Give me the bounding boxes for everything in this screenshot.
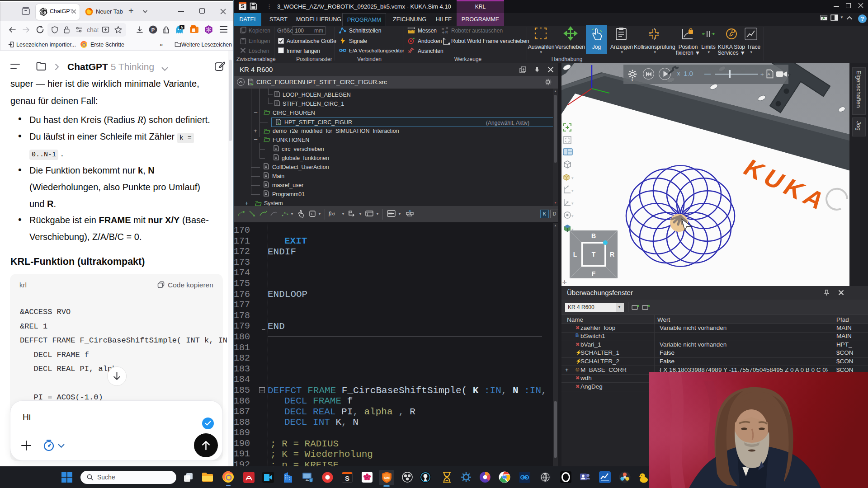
svg-text:E: E: [311, 212, 313, 216]
svg-text:P: P: [151, 27, 155, 33]
svg-text:R: R: [445, 30, 448, 34]
svg-text:▾: ▾: [571, 176, 574, 180]
svg-text:▾: ▾: [571, 201, 574, 206]
svg-text:T: T: [592, 251, 596, 258]
svg-text:L: L: [573, 251, 577, 258]
svg-text:B: B: [591, 232, 596, 239]
svg-text:A: A: [767, 72, 770, 76]
svg-text:▾: ▾: [571, 188, 574, 193]
svg-text:R: R: [610, 251, 614, 258]
svg-text:F: F: [592, 270, 596, 277]
svg-text:▾: ▾: [571, 214, 574, 218]
svg-text:SIM: SIM: [384, 476, 390, 479]
svg-text:5: 5: [181, 25, 183, 29]
svg-text:R: R: [442, 27, 444, 31]
